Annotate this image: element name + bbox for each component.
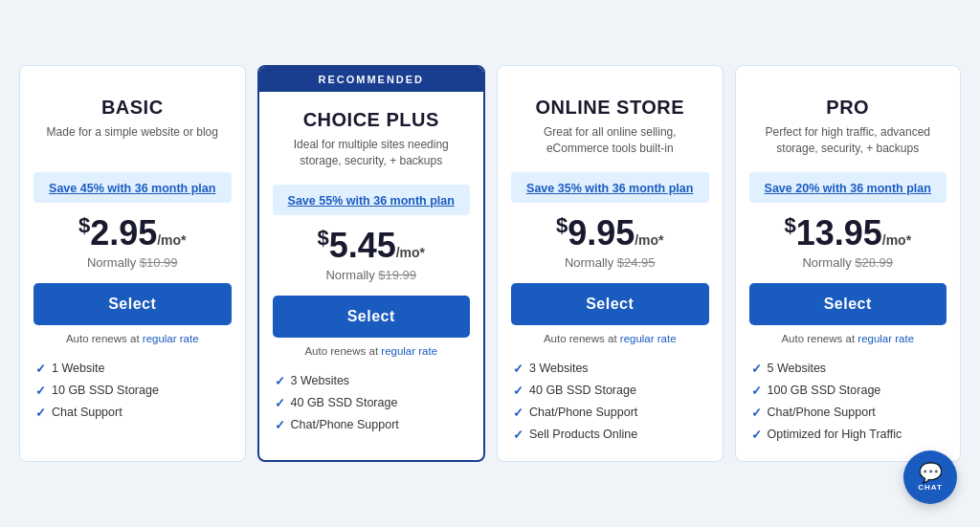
feature-text: Chat/Phone Support (291, 418, 399, 431)
plan-desc-pro: Perfect for high traffic, advanced stora… (751, 124, 946, 161)
select-button-online-store[interactable]: Select (511, 283, 709, 325)
plan-desc-basic: Made for a simple website or blog (35, 124, 230, 161)
check-icon: ✓ (275, 418, 285, 432)
currency-basic: $ (78, 213, 90, 237)
regular-rate-link-basic[interactable]: regular rate (143, 333, 199, 344)
check-icon: ✓ (513, 428, 523, 442)
save-banner-choice-plus[interactable]: Save 55% with 36 month plan (273, 185, 471, 215)
select-button-basic[interactable]: Select (33, 283, 232, 325)
save-link-basic[interactable]: Save 45% with 36 month plan (49, 182, 215, 195)
plan-header-basic: BASIC Made for a simple website or blog (20, 79, 245, 161)
regular-rate-link-pro[interactable]: regular rate (858, 333, 914, 344)
feature-item: ✓5 Websites (751, 358, 946, 380)
feature-text: 40 GB SSD Storage (291, 396, 398, 409)
save-link-pro[interactable]: Save 20% with 36 month plan (765, 182, 931, 195)
plan-card-choice-plus: RECOMMENDED CHOICE PLUS Ideal for multip… (257, 65, 486, 462)
save-banner-basic[interactable]: Save 45% with 36 month plan (33, 172, 232, 203)
check-icon: ✓ (275, 374, 285, 388)
plan-header-online-store: ONLINE STORE Great for all online sellin… (498, 79, 723, 161)
check-icon: ✓ (513, 362, 523, 376)
feature-item: ✓3 Websites (513, 358, 707, 380)
auto-renew-choice-plus: Auto renews at regular rate (304, 345, 437, 357)
feature-text: Optimized for High Traffic (768, 428, 902, 441)
save-link-online-store[interactable]: Save 35% with 36 month plan (526, 182, 693, 195)
plan-name-basic: BASIC (35, 97, 230, 119)
currency-choice-plus: $ (317, 226, 328, 250)
strikethrough-pro: $28.99 (855, 255, 893, 270)
plan-name-pro: PRO (751, 97, 946, 119)
chat-label: CHAT (918, 483, 943, 492)
check-icon: ✓ (751, 384, 762, 398)
currency-online-store: $ (556, 213, 568, 237)
plan-card-online-store: ONLINE STORE Great for all online sellin… (497, 65, 724, 462)
check-icon: ✓ (35, 384, 46, 398)
plan-desc-online-store: Great for all online selling, eCommerce … (513, 124, 707, 161)
strikethrough-basic: $10.99 (140, 255, 178, 270)
plan-card-pro: PRO Perfect for high traffic, advanced s… (735, 65, 962, 462)
features-list-choice-plus: ✓3 Websites✓40 GB SSD Storage✓Chat/Phone… (259, 357, 484, 436)
feature-item: ✓Optimized for High Traffic (751, 424, 946, 446)
regular-rate-link-choice-plus[interactable]: regular rate (381, 345, 437, 357)
strikethrough-choice-plus: $19.99 (378, 268, 416, 282)
price-section-pro: $13.95/mo* Normally $28.99 (736, 210, 961, 270)
plan-card-basic: BASIC Made for a simple website or blog … (19, 65, 246, 462)
feature-text: 40 GB SSD Storage (529, 384, 636, 397)
select-button-pro[interactable]: Select (749, 283, 947, 325)
recommended-badge: RECOMMENDED (259, 67, 484, 92)
price-main-choice-plus: $5.45/mo* (275, 227, 469, 265)
regular-rate-link-online-store[interactable]: regular rate (620, 333, 677, 344)
features-list-online-store: ✓3 Websites✓40 GB SSD Storage✓Chat/Phone… (498, 344, 723, 446)
feature-text: 10 GB SSD Storage (52, 384, 159, 397)
per-mo-pro: /mo* (882, 232, 911, 248)
feature-item: ✓40 GB SSD Storage (275, 392, 469, 414)
check-icon: ✓ (275, 396, 285, 410)
check-icon: ✓ (751, 362, 762, 376)
save-link-choice-plus[interactable]: Save 55% with 36 month plan (288, 194, 455, 208)
price-normal-choice-plus: Normally $19.99 (275, 268, 469, 282)
chat-widget[interactable]: 💬 CHAT (903, 450, 957, 504)
check-icon: ✓ (751, 428, 762, 442)
save-banner-pro[interactable]: Save 20% with 36 month plan (749, 172, 947, 203)
plan-header-pro: PRO Perfect for high traffic, advanced s… (736, 79, 961, 161)
feature-text: 5 Websites (768, 362, 827, 375)
price-normal-online-store: Normally $24.95 (513, 255, 707, 270)
plan-name-online-store: ONLINE STORE (513, 97, 707, 119)
chat-icon: 💬 (919, 463, 943, 482)
price-main-online-store: $9.95/mo* (513, 214, 707, 253)
auto-renew-basic: Auto renews at regular rate (66, 333, 199, 344)
feature-item: ✓Chat/Phone Support (751, 402, 946, 424)
per-mo-basic: /mo* (157, 232, 186, 248)
feature-text: 100 GB SSD Storage (768, 384, 881, 397)
feature-text: 3 Websites (529, 362, 589, 375)
per-mo-choice-plus: /mo* (396, 245, 425, 260)
select-button-choice-plus[interactable]: Select (273, 296, 471, 338)
feature-text: Chat/Phone Support (768, 406, 876, 419)
price-normal-basic: Normally $10.99 (35, 255, 230, 270)
pricing-container: BASIC Made for a simple website or blog … (19, 65, 961, 462)
check-icon: ✓ (35, 406, 46, 420)
feature-item: ✓Chat Support (35, 402, 230, 424)
price-section-choice-plus: $5.45/mo* Normally $19.99 (259, 223, 484, 282)
save-banner-online-store[interactable]: Save 35% with 36 month plan (511, 172, 709, 203)
per-mo-online-store: /mo* (635, 232, 663, 248)
price-section-online-store: $9.95/mo* Normally $24.95 (498, 210, 723, 270)
plan-header-choice-plus: CHOICE PLUS Ideal for multiple sites nee… (259, 92, 484, 173)
price-normal-pro: Normally $28.99 (751, 255, 946, 270)
feature-item: ✓3 Websites (275, 370, 469, 392)
price-main-basic: $2.95/mo* (35, 214, 230, 253)
feature-text: 1 Website (52, 362, 104, 375)
feature-item: ✓100 GB SSD Storage (751, 380, 946, 402)
strikethrough-online-store: $24.95 (617, 255, 656, 270)
price-main-pro: $13.95/mo* (751, 214, 946, 253)
feature-item: ✓Chat/Phone Support (513, 402, 707, 424)
check-icon: ✓ (513, 384, 523, 398)
plan-desc-choice-plus: Ideal for multiple sites needing storage… (275, 137, 469, 173)
currency-pro: $ (784, 213, 795, 237)
plan-name-choice-plus: CHOICE PLUS (275, 109, 469, 131)
feature-item: ✓40 GB SSD Storage (513, 380, 707, 402)
features-list-pro: ✓5 Websites✓100 GB SSD Storage✓Chat/Phon… (736, 344, 961, 446)
features-list-basic: ✓1 Website✓10 GB SSD Storage✓Chat Suppor… (20, 344, 245, 424)
feature-item: ✓Sell Products Online (513, 424, 707, 446)
auto-renew-online-store: Auto renews at regular rate (544, 333, 677, 344)
feature-text: 3 Websites (291, 374, 350, 387)
